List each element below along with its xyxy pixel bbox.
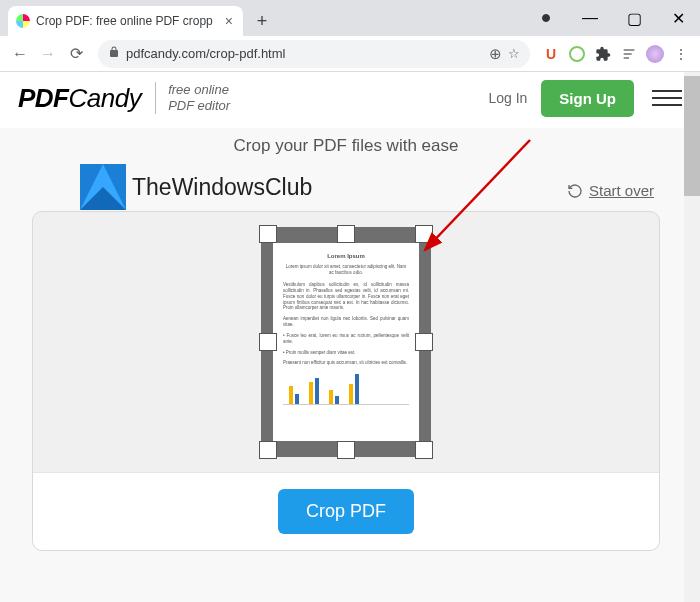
- url-text: pdfcandy.com/crop-pdf.html: [126, 46, 483, 61]
- start-over-link[interactable]: Start over: [567, 182, 654, 199]
- crop-handle-bottom-right[interactable]: [415, 441, 433, 459]
- reading-list-icon[interactable]: [618, 43, 640, 65]
- vertical-scrollbar[interactable]: [684, 72, 700, 602]
- doc-chart-thumbnail: [283, 371, 409, 405]
- menu-hamburger-icon[interactable]: [652, 83, 682, 113]
- crop-preview-area[interactable]: Lorem Ipsum Lorem ipsum dolor sit amet, …: [33, 212, 659, 472]
- site-header: PDFCandy free online PDF editor Log In S…: [0, 72, 700, 128]
- crop-pdf-button[interactable]: Crop PDF: [278, 489, 414, 534]
- lock-icon: [108, 46, 120, 61]
- browser-toolbar: ← → ⟳ pdfcandy.com/crop-pdf.html ⊕ ☆ U ⋮: [0, 36, 700, 72]
- browser-tab[interactable]: Crop PDF: free online PDF cropp ×: [8, 6, 243, 36]
- action-bar: Crop PDF: [33, 472, 659, 550]
- maximize-button[interactable]: ▢: [612, 0, 656, 36]
- extension-grammarly-icon[interactable]: [566, 43, 588, 65]
- site-tagline: free online PDF editor: [155, 82, 230, 113]
- page-title: Crop your PDF files with ease: [20, 128, 672, 158]
- window-controls: — ▢ ✕: [524, 0, 700, 36]
- profile-avatar-icon[interactable]: [644, 43, 666, 65]
- login-link[interactable]: Log In: [488, 90, 527, 106]
- browser-menu-icon[interactable]: ⋮: [670, 43, 692, 65]
- reload-button[interactable]: ⟳: [64, 42, 88, 66]
- page-viewport: PDFCandy free online PDF editor Log In S…: [0, 72, 700, 602]
- crop-handle-bottom-left[interactable]: [259, 441, 277, 459]
- crop-handle-mid-right[interactable]: [415, 333, 433, 351]
- address-bar[interactable]: pdfcandy.com/crop-pdf.html ⊕ ☆: [98, 40, 530, 68]
- tab-title: Crop PDF: free online PDF cropp: [36, 14, 219, 28]
- back-button[interactable]: ←: [8, 42, 32, 66]
- zoom-icon[interactable]: ⊕: [489, 45, 502, 63]
- forward-button[interactable]: →: [36, 42, 60, 66]
- crop-handle-bottom-mid[interactable]: [337, 441, 355, 459]
- close-window-button[interactable]: ✕: [656, 0, 700, 36]
- browser-titlebar: Crop PDF: free online PDF cropp × + — ▢ …: [0, 0, 700, 36]
- crop-handle-top-left[interactable]: [259, 225, 277, 243]
- crop-card: Lorem Ipsum Lorem ipsum dolor sit amet, …: [32, 211, 660, 551]
- crop-handle-mid-left[interactable]: [259, 333, 277, 351]
- scrollbar-thumb[interactable]: [684, 76, 700, 196]
- site-logo[interactable]: PDFCandy: [18, 83, 141, 114]
- bookmark-star-icon[interactable]: ☆: [508, 46, 520, 61]
- new-tab-button[interactable]: +: [249, 8, 275, 34]
- windowsclub-logo-icon: [80, 164, 126, 210]
- watermark-text: TheWindowsClub: [132, 174, 312, 201]
- extensions-puzzle-icon[interactable]: [592, 43, 614, 65]
- crop-handle-top-mid[interactable]: [337, 225, 355, 243]
- signup-button[interactable]: Sign Up: [541, 80, 634, 117]
- crop-handle-top-right[interactable]: [415, 225, 433, 243]
- close-tab-icon[interactable]: ×: [225, 13, 233, 29]
- refresh-icon: [567, 183, 583, 199]
- extension-ublock-icon[interactable]: U: [540, 43, 562, 65]
- recording-indicator-icon: [524, 0, 568, 36]
- minimize-button[interactable]: —: [568, 0, 612, 36]
- pdf-page-frame[interactable]: Lorem Ipsum Lorem ipsum dolor sit amet, …: [261, 227, 431, 457]
- pdf-page-preview: Lorem Ipsum Lorem ipsum dolor sit amet, …: [273, 243, 419, 441]
- tab-favicon: [16, 14, 30, 28]
